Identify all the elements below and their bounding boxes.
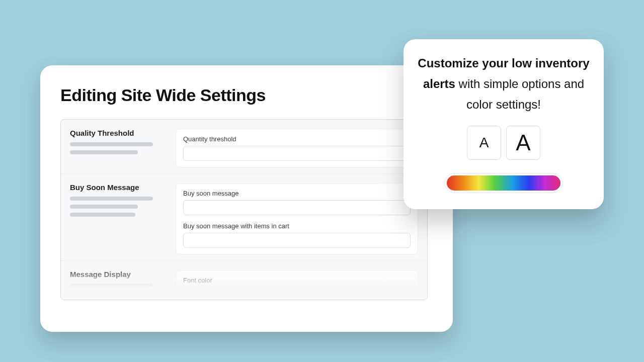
section-left: Message Display [70,270,171,300]
section-label: Message Display [70,270,171,279]
color-slider-wrap [444,173,563,193]
field-label: Buy soon message with items in cart [183,222,411,230]
popover-text-rest: with simple options and color settings! [455,77,584,111]
section-buy-soon-message: Buy Soon Message Buy soon message Buy so… [61,173,427,260]
popover-text: Customize your low inventory alerts with… [418,53,590,115]
buy-soon-cart-message-input[interactable] [183,233,411,248]
field-label: Font color [183,277,411,284]
section-left: Quality Threshold [70,129,171,158]
page-title: Editing Site Wide Settings [60,85,433,105]
section-message-display: Message Display Font color [61,260,427,300]
section-label: Quality Threshold [70,129,171,137]
section-label: Buy Soon Message [70,183,171,192]
font-color-input[interactable] [183,287,411,300]
font-size-small-button[interactable]: A [467,126,501,160]
section-fields: Font color [176,270,418,300]
placeholder-line [70,213,135,217]
placeholder-line [70,142,153,146]
font-size-buttons: A A [418,126,590,160]
color-hue-slider[interactable] [447,175,560,191]
field-group: Font color [183,277,411,300]
field-group: Buy soon message [183,190,411,215]
popover-card: Customize your low inventory alerts with… [404,39,604,209]
placeholder-line [70,292,138,296]
section-left: Buy Soon Message [70,183,171,221]
placeholder-line [70,150,138,154]
placeholder-line [70,205,138,209]
placeholder-line [70,284,153,288]
field-label: Buy soon message [183,190,411,197]
field-group: Buy soon message with items in cart [183,222,411,248]
font-size-large-button[interactable]: A [506,126,540,160]
field-label: Quantity threshold [183,135,411,143]
section-quality-threshold: Quality Threshold Quantity threshold [61,120,427,173]
buy-soon-message-input[interactable] [183,200,411,215]
settings-body: Quality Threshold Quantity threshold Buy… [60,119,428,300]
settings-card: Editing Site Wide Settings Quality Thres… [40,65,453,332]
section-fields: Quantity threshold [176,129,418,167]
field-group: Quantity threshold [183,135,411,161]
section-fields: Buy soon message Buy soon message with i… [176,183,418,254]
quantity-threshold-input[interactable] [183,146,411,161]
placeholder-line [70,197,153,201]
